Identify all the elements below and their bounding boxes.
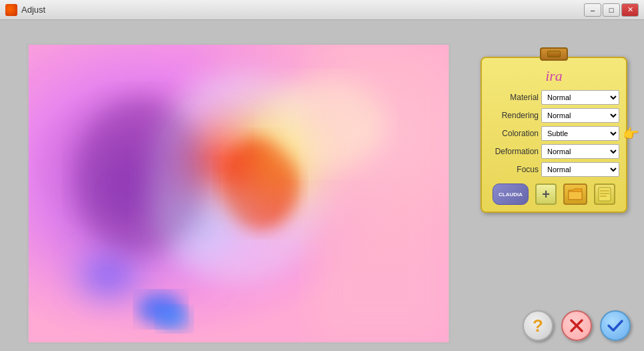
- deformation-row: Deformation Normal Subtle Strong None: [489, 144, 619, 159]
- image-frame: [27, 43, 450, 344]
- add-button[interactable]: +: [535, 184, 557, 205]
- clipboard-clip-decor: [540, 47, 568, 61]
- maximize-button[interactable]: □: [603, 3, 620, 17]
- close-button[interactable]: ✕: [621, 3, 639, 17]
- pointing-hand-icon: 👉: [623, 125, 639, 141]
- main-area: ira Material Normal Subtle Strong None R…: [0, 20, 644, 351]
- image-canvas: [28, 45, 449, 342]
- ok-icon: [606, 316, 625, 335]
- title-bar-buttons: – □ ✕: [584, 3, 639, 17]
- app-icon: [5, 4, 17, 16]
- script-title: ira: [489, 67, 619, 85]
- claudia-badge[interactable]: CLAUDIA: [493, 184, 529, 205]
- minimize-button[interactable]: –: [584, 3, 601, 17]
- material-select[interactable]: Normal Subtle Strong None: [541, 90, 619, 105]
- deformation-select[interactable]: Normal Subtle Strong None: [541, 144, 619, 159]
- coloration-label: Coloration: [489, 129, 539, 138]
- right-panel: ira Material Normal Subtle Strong None R…: [464, 20, 644, 351]
- clipboard-bottom: CLAUDIA +: [489, 184, 619, 205]
- clipboard-widget: ira Material Normal Subtle Strong None R…: [480, 57, 627, 213]
- cancel-icon: [567, 316, 586, 335]
- help-icon: ?: [533, 316, 543, 336]
- material-label: Material: [489, 93, 539, 102]
- rendering-row: Rendering Normal Subtle Strong None: [489, 108, 619, 123]
- deformation-label: Deformation: [489, 147, 539, 156]
- svg-rect-17: [600, 196, 607, 197]
- rendering-select[interactable]: Normal Subtle Strong None: [541, 108, 619, 123]
- note-button[interactable]: [594, 184, 615, 205]
- canvas-area: [0, 20, 464, 351]
- svg-rect-15: [600, 190, 609, 192]
- coloration-select[interactable]: Normal Subtle Strong None: [541, 126, 619, 141]
- coloration-row: Coloration Normal Subtle Strong None 👉: [489, 126, 619, 141]
- material-row: Material Normal Subtle Strong None: [489, 90, 619, 105]
- help-button[interactable]: ?: [523, 310, 553, 341]
- svg-rect-16: [600, 193, 609, 194]
- title-bar: Adjust – □ ✕: [0, 0, 644, 20]
- rendering-label: Rendering: [489, 111, 539, 120]
- svg-point-13: [75, 97, 207, 256]
- folder-button[interactable]: [563, 184, 587, 205]
- svg-point-12: [267, 78, 386, 171]
- focus-row: Focus Normal Subtle Strong None: [489, 162, 619, 177]
- ok-button[interactable]: [600, 310, 631, 341]
- cancel-button[interactable]: [561, 310, 592, 341]
- clipboard-container: ira Material Normal Subtle Strong None R…: [480, 57, 627, 213]
- focus-select[interactable]: Normal Subtle Strong None: [541, 162, 619, 177]
- focus-label: Focus: [489, 165, 539, 174]
- window-title: Adjust: [21, 5, 45, 15]
- folder-icon: [568, 188, 583, 200]
- title-bar-left: Adjust: [5, 4, 45, 16]
- page-icon: [598, 187, 611, 202]
- bottom-actions: ?: [523, 310, 631, 341]
- svg-point-10: [157, 307, 191, 331]
